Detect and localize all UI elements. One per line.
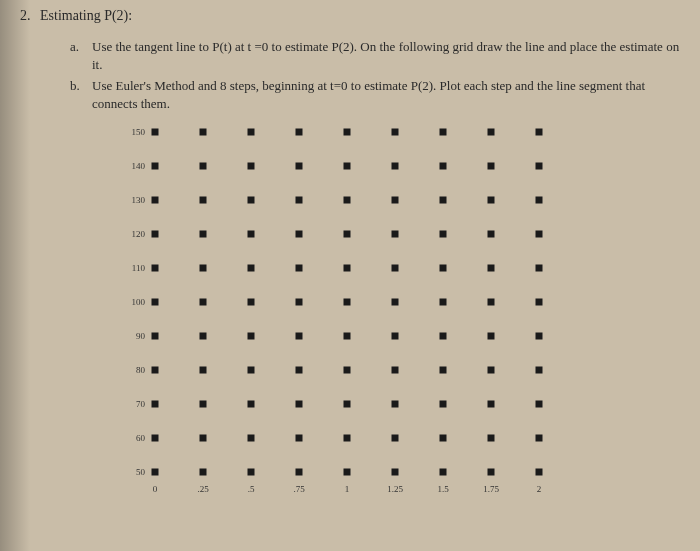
grid-dot	[488, 299, 495, 306]
grid-dot	[536, 265, 543, 272]
grid-dot	[248, 401, 255, 408]
grid-dot	[488, 401, 495, 408]
grid-dot	[248, 163, 255, 170]
grid-dot	[440, 299, 447, 306]
grid-dot	[248, 435, 255, 442]
grid-dot	[152, 401, 159, 408]
part-b-text: Use Euler's Method and 8 steps, beginnin…	[92, 77, 680, 112]
grid-dot	[152, 299, 159, 306]
grid-dot	[488, 469, 495, 476]
grid-dot	[152, 231, 159, 238]
grid-dot	[344, 367, 351, 374]
grid-dot	[392, 197, 399, 204]
grid-dot	[440, 367, 447, 374]
grid-dot	[488, 265, 495, 272]
part-b-letter: b.	[70, 77, 92, 112]
grid-dot	[296, 129, 303, 136]
grid-dot	[248, 299, 255, 306]
grid-dot	[488, 163, 495, 170]
grid-dot	[440, 231, 447, 238]
grid-dot	[200, 265, 207, 272]
grid-dot	[488, 231, 495, 238]
grid-dot	[488, 197, 495, 204]
grid-dot	[344, 197, 351, 204]
grid-dot	[488, 435, 495, 442]
grid-dot	[200, 197, 207, 204]
grid-dot	[248, 265, 255, 272]
grid-dot	[344, 469, 351, 476]
grid-dot	[440, 197, 447, 204]
grid-dot	[296, 231, 303, 238]
grid-dot	[344, 163, 351, 170]
grid-dot	[296, 265, 303, 272]
grid-dot	[248, 129, 255, 136]
grid-dot	[536, 299, 543, 306]
grid-dot	[152, 265, 159, 272]
grid-dot	[440, 163, 447, 170]
x-tick-label: 1	[332, 484, 362, 494]
grid-dot	[440, 333, 447, 340]
y-tick-label: 50	[121, 467, 145, 477]
grid-dot	[536, 469, 543, 476]
y-tick-label: 140	[121, 161, 145, 171]
y-tick-label: 130	[121, 195, 145, 205]
grid-dot	[296, 197, 303, 204]
grid-dot	[536, 401, 543, 408]
grid-dot	[440, 435, 447, 442]
question-number: 2.	[20, 8, 31, 23]
grid-dot	[536, 333, 543, 340]
grid-dot	[296, 367, 303, 374]
grid-dot	[152, 367, 159, 374]
grid-dot	[200, 469, 207, 476]
grid-dot	[392, 401, 399, 408]
grid-dot	[344, 231, 351, 238]
grid-dot	[536, 163, 543, 170]
grid-dot	[392, 469, 399, 476]
dot-grid: 15014013012011010090807060500.25.5.7511.…	[115, 122, 680, 522]
y-tick-label: 80	[121, 365, 145, 375]
grid-dot	[248, 469, 255, 476]
grid-dot	[392, 231, 399, 238]
grid-dot	[440, 469, 447, 476]
grid-dot	[488, 367, 495, 374]
grid-dot	[536, 435, 543, 442]
part-a: a. Use the tangent line to P(t) at t =0 …	[70, 38, 680, 73]
y-tick-label: 100	[121, 297, 145, 307]
grid-dot	[152, 129, 159, 136]
grid-dot	[296, 333, 303, 340]
x-tick-label: .75	[284, 484, 314, 494]
grid-dot	[344, 333, 351, 340]
grid-dot	[344, 401, 351, 408]
grid-dot	[536, 231, 543, 238]
grid-dot	[152, 333, 159, 340]
part-a-letter: a.	[70, 38, 92, 73]
x-tick-label: 1.25	[380, 484, 410, 494]
grid-dot	[344, 435, 351, 442]
grid-dot	[344, 129, 351, 136]
grid-dot	[440, 129, 447, 136]
grid-dot	[200, 367, 207, 374]
grid-dot	[248, 333, 255, 340]
grid-dot	[392, 367, 399, 374]
grid-dot	[392, 333, 399, 340]
grid-dot	[152, 435, 159, 442]
grid-dot	[392, 299, 399, 306]
x-tick-label: 1.75	[476, 484, 506, 494]
grid-dot	[296, 435, 303, 442]
grid-dot	[440, 265, 447, 272]
grid-dot	[536, 367, 543, 374]
grid-dot	[392, 265, 399, 272]
grid-dot	[200, 299, 207, 306]
grid-dot	[200, 333, 207, 340]
y-tick-label: 110	[121, 263, 145, 273]
grid-dot	[152, 197, 159, 204]
grid-dot	[296, 163, 303, 170]
grid-dot	[248, 367, 255, 374]
y-tick-label: 60	[121, 433, 145, 443]
grid-dot	[392, 129, 399, 136]
grid-dot	[248, 197, 255, 204]
grid-dot	[296, 469, 303, 476]
x-tick-label: 2	[524, 484, 554, 494]
grid-dot	[344, 299, 351, 306]
part-a-text: Use the tangent line to P(t) at t =0 to …	[92, 38, 680, 73]
